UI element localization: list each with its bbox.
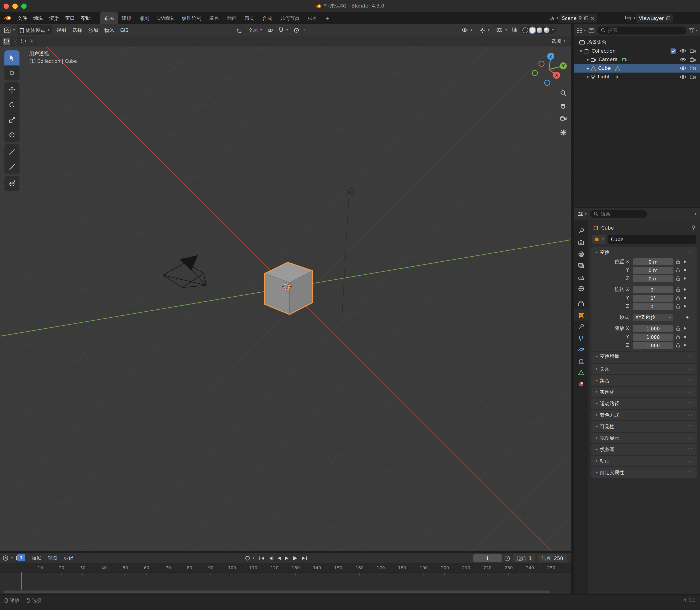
current-frame-field[interactable]: 1 bbox=[473, 554, 502, 562]
next-keyframe-icon[interactable] bbox=[293, 556, 298, 560]
workspace-tab-modeling[interactable]: 建模 bbox=[118, 12, 136, 24]
outliner-row-camera[interactable]: ▶ Camera bbox=[574, 55, 700, 64]
viewport-menu-view[interactable]: 视图 bbox=[53, 24, 69, 36]
menu-render[interactable]: 渲染 bbox=[46, 12, 62, 24]
section-animation[interactable]: ▸动画∷∷ bbox=[591, 455, 697, 466]
outliner-filter-button[interactable]: ▾ bbox=[689, 28, 697, 33]
timeline-scrollbar[interactable] bbox=[3, 591, 550, 593]
workspace-tab-compositing[interactable]: 合成 bbox=[258, 12, 276, 24]
gizmo-minus-y-ball[interactable] bbox=[532, 70, 538, 76]
frame-start-field[interactable]: 起始 1 bbox=[513, 554, 535, 562]
outliner-row-scene-collection[interactable]: 场景集合 bbox=[574, 38, 700, 47]
unlink-scene-icon[interactable]: × bbox=[590, 15, 594, 21]
overlays-dropdown[interactable]: ▾ bbox=[494, 25, 509, 35]
workspace-tab-texture-paint[interactable]: 纹理绘制 bbox=[178, 12, 205, 24]
animate-dot[interactable] bbox=[684, 344, 686, 347]
cube-expand-chevron-icon[interactable]: ▶ bbox=[585, 66, 591, 70]
collection-expand-chevron-icon[interactable]: ▼ bbox=[578, 49, 584, 53]
tab-output[interactable] bbox=[574, 248, 588, 260]
section-relations[interactable]: ▸关系∷∷ bbox=[591, 364, 697, 374]
camera-expand-chevron-icon[interactable]: ▶ bbox=[585, 58, 591, 62]
gizmos-dropdown[interactable]: ▾ bbox=[477, 25, 492, 35]
tool-options-dropdown[interactable]: 选项 ▾ bbox=[549, 36, 567, 46]
gizmo-z-ball[interactable]: Z bbox=[547, 53, 554, 60]
viewport-ortho-toggle-button[interactable] bbox=[558, 127, 568, 137]
light-expand-chevron-icon[interactable]: ▶ bbox=[585, 75, 591, 79]
jump-to-end-icon[interactable] bbox=[301, 556, 307, 560]
snap-toggle[interactable]: ▾ bbox=[276, 25, 291, 35]
lock-icon[interactable] bbox=[676, 334, 680, 339]
properties-options-chevron-icon[interactable]: ▾ bbox=[695, 212, 697, 216]
select-mode-subtract-icon[interactable] bbox=[19, 37, 27, 45]
tool-move[interactable] bbox=[4, 82, 19, 97]
lock-icon[interactable] bbox=[676, 259, 680, 264]
section-line-art[interactable]: ▸线条画∷∷ bbox=[591, 444, 697, 455]
outliner-display-mode-icon[interactable] bbox=[588, 28, 595, 33]
workspace-tab-animation[interactable]: 动画 bbox=[223, 12, 240, 24]
xray-toggle-icon[interactable] bbox=[512, 28, 517, 33]
outliner-row-collection[interactable]: ▼ Collection bbox=[574, 47, 700, 55]
tool-cursor[interactable] bbox=[4, 65, 19, 81]
tool-scale[interactable] bbox=[4, 112, 19, 127]
play-reverse-icon[interactable] bbox=[277, 556, 282, 560]
animate-dot[interactable] bbox=[684, 269, 686, 271]
panel-grip-icon[interactable]: ∷∷ bbox=[688, 354, 694, 358]
rotation-x-field[interactable]: 0° bbox=[633, 286, 673, 293]
collection-hide-eye-icon[interactable] bbox=[680, 49, 686, 53]
viewport-pan-button[interactable] bbox=[558, 101, 568, 111]
viewport-menu-add[interactable]: 添加 bbox=[85, 24, 101, 36]
shading-dropdown-chevron-icon[interactable]: ▾ bbox=[552, 29, 554, 32]
editor-type-button[interactable]: ▾ bbox=[2, 25, 17, 35]
tab-world[interactable] bbox=[574, 283, 588, 294]
cube-hide-eye-icon[interactable] bbox=[680, 66, 686, 70]
scene-name-field[interactable]: Scene × bbox=[559, 14, 597, 22]
gizmo-minus-x-ball[interactable] bbox=[539, 61, 544, 66]
animate-dot[interactable] bbox=[684, 336, 686, 338]
camera-disable-render-icon[interactable] bbox=[690, 58, 696, 62]
navigation-gizmo[interactable]: Z Y X bbox=[529, 50, 572, 92]
tool-select-box[interactable] bbox=[4, 50, 19, 65]
viewlayer-icon[interactable] bbox=[625, 15, 632, 21]
new-scene-icon[interactable] bbox=[584, 16, 589, 20]
new-viewlayer-icon[interactable] bbox=[666, 16, 670, 20]
workspace-tab-layout[interactable]: 布局 bbox=[100, 12, 118, 24]
tab-collection[interactable] bbox=[574, 298, 588, 309]
tab-render[interactable] bbox=[574, 237, 588, 248]
rotation-y-field[interactable]: 0° bbox=[633, 294, 673, 302]
animate-dot[interactable] bbox=[684, 288, 686, 291]
section-custom-properties[interactable]: ▸自定义属性∷∷ bbox=[591, 467, 697, 478]
section-viewport-display[interactable]: ▸视图显示∷∷ bbox=[591, 433, 697, 443]
viewport-camera-view-button[interactable] bbox=[558, 114, 568, 124]
workspace-tab-shading[interactable]: 着色 bbox=[205, 12, 223, 24]
workspace-tab-scripting[interactable]: 脚本 bbox=[304, 12, 321, 24]
animate-dot[interactable] bbox=[684, 277, 686, 279]
play-icon[interactable] bbox=[285, 556, 290, 560]
tab-constraints[interactable] bbox=[574, 355, 588, 367]
scale-z-field[interactable]: 1.000 bbox=[633, 342, 673, 349]
lock-icon[interactable] bbox=[676, 268, 680, 272]
jump-to-start-icon[interactable] bbox=[259, 556, 265, 560]
animate-dot[interactable] bbox=[684, 260, 686, 263]
timeline-editor-type-button[interactable]: ▾ bbox=[3, 555, 13, 561]
proportional-editing-icon[interactable] bbox=[293, 27, 299, 33]
menu-file[interactable]: 文件 bbox=[14, 12, 30, 24]
pin-icon[interactable] bbox=[578, 16, 582, 20]
tab-view-layer[interactable] bbox=[574, 260, 588, 271]
scale-x-field[interactable]: 1.000 bbox=[633, 325, 673, 332]
zoom-window-button[interactable] bbox=[21, 3, 27, 9]
section-shading[interactable]: ▸着色方式∷∷ bbox=[591, 410, 697, 420]
tab-tool[interactable] bbox=[574, 225, 588, 237]
outliner-editor-type-button[interactable]: ▾ bbox=[576, 28, 586, 33]
light-disable-render-icon[interactable] bbox=[690, 75, 696, 79]
pin-id-icon[interactable] bbox=[691, 225, 696, 230]
workspace-tab-rendering[interactable]: 渲染 bbox=[240, 12, 258, 24]
auto-keying-toggle[interactable]: ▾ bbox=[245, 556, 254, 561]
select-mode-intersect-icon[interactable] bbox=[28, 37, 35, 45]
tab-scene[interactable] bbox=[574, 271, 588, 283]
orientation-dropdown[interactable]: 全局 ▾ bbox=[246, 25, 264, 35]
menu-window[interactable]: 窗口 bbox=[62, 12, 78, 24]
location-z-field[interactable]: 0 m bbox=[633, 275, 673, 282]
timeline-ruler[interactable]: 10 20 30 40 50 60 70 80 90 100 110 120 1… bbox=[0, 564, 571, 573]
lock-icon[interactable] bbox=[676, 295, 680, 300]
camera-hide-eye-icon[interactable] bbox=[680, 58, 686, 62]
